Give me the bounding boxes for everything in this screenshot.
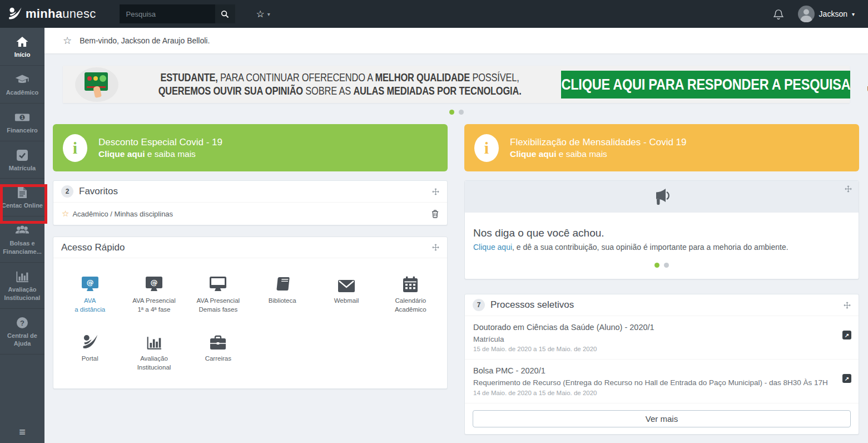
user-name: Jackson [819, 9, 847, 18]
svg-text:1: 1 [21, 115, 24, 120]
users-icon [2, 224, 43, 237]
book-icon [275, 273, 290, 293]
covid-discount-card[interactable]: i Desconto Especial Covid - 19 Clique aq… [53, 124, 448, 171]
see-more-button[interactable]: Ver mais [473, 410, 851, 427]
quick-access-avaliacao-institucional[interactable]: AvaliaçãoInstitucional [122, 331, 186, 372]
survey-illustration [75, 67, 118, 102]
welcome-message: Bem-vindo, Jackson de Araujo Belloli. [80, 36, 210, 45]
home-icon [2, 35, 43, 48]
sidebar-item-inicio[interactable]: Início [0, 28, 44, 66]
unesc-mark-icon [81, 331, 99, 351]
app-title: minhaunesc [26, 7, 96, 21]
chevron-down-icon: ▾ [267, 11, 270, 17]
monitor-at-icon: @ [145, 273, 163, 293]
quick-access-ava-presencial-1-4[interactable]: @ AVA Presencial1ª a 4ª fase [122, 273, 186, 314]
search-box [120, 4, 235, 23]
feedback-heading: Nos diga o que você achou. [473, 227, 850, 239]
feedback-text: Clique aqui, e dê a sua contribuição, su… [473, 243, 850, 252]
megaphone-icon [651, 188, 673, 206]
carousel-dot[interactable] [664, 263, 669, 268]
sidebar-item-centac-online[interactable]: Centac Online [0, 179, 44, 216]
avatar [798, 6, 815, 22]
drag-move-icon[interactable] [432, 244, 439, 251]
carousel-dot-active[interactable] [449, 110, 454, 115]
graduation-cap-icon [2, 73, 43, 86]
sidebar-item-academico[interactable]: Acadêmico [0, 66, 44, 104]
search-input[interactable] [120, 4, 215, 23]
topbar-right-group: Jackson ▾ [773, 6, 868, 22]
feedback-link[interactable]: Clique aqui [473, 243, 512, 252]
bar-chart-icon [146, 331, 162, 351]
quick-access-webmail[interactable]: Webmail [314, 273, 378, 314]
check-square-icon [2, 149, 43, 162]
drag-move-icon[interactable] [845, 185, 852, 193]
survey-banner-text: ESTUDANTE, PARA CONTINUAR OFERECENDO A M… [118, 71, 561, 97]
notice-link-line[interactable]: Clique aqui e saiba mais [98, 149, 222, 159]
logo-light-part: unesc [62, 7, 96, 21]
page-header: ☆ Bem-vindo, Jackson de Araujo Belloli. [44, 28, 868, 53]
right-column: i Flexibilização de Mensalidades - Covid… [464, 124, 859, 435]
briefcase-icon [210, 331, 226, 351]
drag-move-icon[interactable] [432, 188, 439, 195]
favorite-page-star-icon[interactable]: ☆ [63, 35, 72, 47]
bell-icon [773, 9, 783, 19]
sidebar-item-financeiro[interactable]: 1 Financeiro [0, 104, 44, 141]
external-link-icon[interactable]: ↗ [842, 331, 851, 339]
processes-count-badge: 7 [473, 299, 485, 311]
app-logo[interactable]: minhaunesc [0, 7, 104, 21]
chevron-down-icon: ▾ [852, 11, 855, 17]
feedback-carousel-dots [473, 263, 850, 268]
favorites-dropdown[interactable]: ☆ ▾ [256, 8, 270, 20]
svg-text:?: ? [20, 318, 24, 327]
drag-move-icon[interactable] [844, 302, 851, 309]
favorite-item-minhas-disciplinas[interactable]: ☆ Acadêmico / Minhas disciplinas [53, 203, 447, 225]
quick-access-ava-distancia[interactable]: @ AVAa distância [58, 273, 122, 314]
user-menu[interactable]: Jackson ▾ [798, 6, 855, 22]
carousel-dot-active[interactable] [654, 263, 659, 268]
search-icon [221, 10, 229, 18]
bar-chart-icon [2, 270, 43, 283]
envelope-icon [338, 273, 355, 293]
selection-processes-panel: 7 Processos seletivos Doutorado em Ciênc… [464, 294, 859, 435]
unesc-swoosh-icon [8, 7, 22, 21]
quick-access-portal[interactable]: Portal [58, 331, 122, 372]
star-icon: ☆ [62, 209, 69, 219]
process-item-doutorado[interactable]: Doutorado em Ciências da Saúde (Aluno) -… [465, 316, 859, 360]
left-column: i Desconto Especial Covid - 19 Clique aq… [53, 124, 448, 435]
notifications-bell-button[interactable] [773, 9, 783, 19]
document-icon [2, 186, 43, 199]
favorites-count-badge: 2 [61, 185, 73, 198]
sidebar-item-avaliacao-institucional[interactable]: Avaliação Institucional [0, 263, 44, 309]
quick-access-panel-title: Acesso Rápido [61, 242, 125, 253]
quick-access-carreiras[interactable]: Carreiras [186, 331, 250, 372]
sidebar-item-matricula[interactable]: Matrícula [0, 141, 44, 179]
info-icon: i [63, 134, 87, 162]
process-item-bolsa-pmc[interactable]: Bolsa PMC - 2020/1 Requerimento de Recur… [465, 360, 859, 403]
monitor-icon [209, 273, 227, 293]
sidebar-item-central-de-ajuda[interactable]: ? Central de Ajuda [0, 309, 44, 355]
quick-access-grid: @ AVAa distância @ AVA Presencial1ª a 4ª… [53, 258, 447, 388]
external-link-icon[interactable]: ↗ [842, 374, 851, 383]
delete-favorite-button[interactable] [431, 210, 439, 218]
sidebar-collapse-button[interactable]: ≡ [0, 426, 44, 439]
answer-survey-button[interactable]: CLIQUE AQUI PARA RESPONDER A PESQUISA [561, 71, 850, 99]
sidebar-item-bolsas-financiamentos[interactable]: Bolsas e Financiame... [0, 216, 44, 263]
survey-banner[interactable]: ESTUDANTE, PARA CONTINUAR OFERECENDO A M… [63, 66, 850, 103]
quick-access-calendario[interactable]: CalendárioAcadêmico [379, 273, 443, 314]
logo-bold-part: minha [26, 7, 62, 21]
banner-carousel-dots [53, 110, 860, 115]
notice-link-line[interactable]: Clique aqui e saiba mais [510, 149, 687, 159]
quick-access-panel: Acesso Rápido @ AVAa distância @ [53, 237, 448, 389]
banknote-icon: 1 [2, 111, 43, 124]
favorites-panel-title: Favoritos [79, 186, 118, 197]
search-button[interactable] [215, 4, 235, 23]
sidebar-navigation: Início Acadêmico 1 Financeiro Matrícula … [0, 28, 44, 443]
quick-access-biblioteca[interactable]: Biblioteca [250, 273, 314, 314]
quick-access-ava-presencial-demais[interactable]: AVA PresencialDemais fases [186, 273, 250, 314]
calendar-icon [403, 273, 418, 293]
info-icon: i [474, 134, 499, 162]
carousel-dot[interactable] [459, 110, 464, 115]
covid-flexibilization-card[interactable]: i Flexibilização de Mensalidades - Covid… [464, 124, 859, 171]
notice-title: Desconto Especial Covid - 19 [98, 136, 222, 148]
processes-panel-title: Processos seletivos [490, 299, 574, 311]
